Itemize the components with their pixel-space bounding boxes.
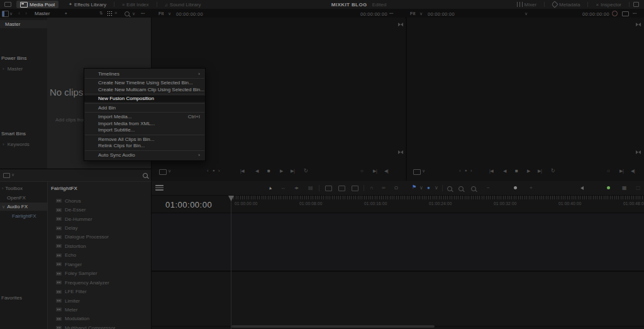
audio-speaker-icon[interactable] <box>580 186 584 190</box>
timeline-options-icon[interactable] <box>155 185 164 191</box>
search-icon[interactable] <box>125 11 130 16</box>
fx-view-icon[interactable] <box>3 173 10 178</box>
media-pool-options-icon[interactable]: ••• <box>141 11 145 15</box>
goto-in-icon[interactable]: ◀| <box>384 169 388 174</box>
play-icon[interactable]: ▶ <box>527 169 530 174</box>
audio-track-region[interactable] <box>152 272 644 326</box>
play-icon[interactable]: ▶ <box>280 169 283 174</box>
plugin-item[interactable]: Modulation <box>48 315 151 323</box>
menu-item-create-new-timeline[interactable]: Create New Timeline Using Selected Bin..… <box>84 80 205 87</box>
record-circle-icon[interactable]: ○ <box>360 168 363 174</box>
tree-item-favorites[interactable]: Favorites <box>0 294 48 302</box>
snapping-icon[interactable]: ∩ <box>370 186 374 191</box>
menu-item-add-bin[interactable]: Add Bin <box>84 104 205 111</box>
menu-item-new-fusion-composition[interactable]: New Fusion Composition <box>84 96 205 103</box>
plugin-item[interactable]: Distortion <box>48 242 151 250</box>
source-fit-chevron-icon[interactable]: ∨ <box>168 11 171 16</box>
expand-viewer-icon[interactable] <box>398 150 403 154</box>
jog-dot-icon[interactable]: ● <box>213 169 214 172</box>
zoom-out-icon[interactable]: − <box>487 186 490 191</box>
jog-right-icon[interactable]: › <box>470 168 472 174</box>
forward-icon[interactable]: › <box>25 11 27 16</box>
search-chevron-icon[interactable]: ∨ <box>132 11 135 16</box>
goto-out-icon[interactable]: ▶| <box>373 169 377 174</box>
record-dot-icon[interactable]: ● <box>65 11 67 15</box>
trim-tool-icon[interactable]: ↔ <box>280 186 286 191</box>
grid-view-icon[interactable] <box>107 11 112 16</box>
color-viewer-icon[interactable] <box>612 11 618 16</box>
skip-back-icon[interactable]: |◀ <box>240 169 244 174</box>
mixer-toggle-icon[interactable]: ▢ <box>636 186 641 191</box>
jog-dot-icon[interactable]: ● <box>465 169 467 172</box>
tab-sound-library[interactable]: ♫ Sound Library <box>161 1 205 8</box>
dynamic-trim-icon[interactable]: ◂▸ <box>294 186 298 191</box>
stop-icon[interactable]: ■ <box>515 168 518 174</box>
timeline-ruler[interactable]: 01:00:00:00 01:00:00:00 01:00:08:00 01:0… <box>152 196 644 213</box>
volume-slider-knob[interactable] <box>607 186 610 189</box>
goto-in-icon[interactable]: ◀| <box>631 169 635 174</box>
marker-icon[interactable]: ● <box>427 186 430 191</box>
menu-item-import-media-from-xml[interactable]: Import Media from XML... <box>84 120 205 127</box>
play-reverse-icon[interactable]: ◀ <box>255 169 258 174</box>
viewer-display-icon[interactable] <box>413 169 421 175</box>
zoom-full-icon[interactable] <box>447 186 452 191</box>
zoom-in-icon[interactable]: + <box>530 186 533 191</box>
plugin-item[interactable]: Echo <box>48 251 151 260</box>
workspace-icon[interactable] <box>633 2 639 7</box>
flag-icon[interactable]: ⚑ <box>412 185 416 190</box>
loop-icon[interactable]: ↻ <box>304 168 308 174</box>
menu-item-remove-all-clips[interactable]: Remove All Clips in Bin... <box>84 136 205 143</box>
position-lock-icon[interactable]: Ω <box>394 186 398 191</box>
expander-icon[interactable]: › <box>3 66 4 72</box>
viewer-mode-icon[interactable] <box>622 11 629 16</box>
stop-icon[interactable]: ■ <box>267 168 270 174</box>
plugin-item[interactable]: De-Hummer <box>48 215 151 223</box>
display-chevron-icon[interactable]: ∨ <box>168 169 171 174</box>
plugin-item[interactable]: Delay <box>48 223 151 232</box>
zoom-slider-knob[interactable] <box>514 186 517 189</box>
video-track-region[interactable] <box>152 213 644 272</box>
timeline-viewer[interactable] <box>406 18 644 162</box>
jog-right-icon[interactable]: › <box>218 168 219 174</box>
plugin-item[interactable]: Meter <box>48 305 151 314</box>
source-zoom-fit[interactable]: Fit <box>158 11 164 16</box>
smart-bin-keywords[interactable]: › Keywords <box>3 142 30 147</box>
expand-viewer-icon[interactable] <box>636 150 641 154</box>
tab-effects-library[interactable]: ✦ Effects Library <box>65 1 110 8</box>
linked-selection-icon[interactable]: ∞ <box>382 186 386 191</box>
flag-chevron-icon[interactable]: ∨ <box>419 186 423 191</box>
tab-media-pool[interactable]: Media Pool <box>16 1 58 8</box>
smart-bins-header[interactable]: Smart Bins <box>1 131 26 137</box>
source-options-icon[interactable]: ••• <box>389 11 393 15</box>
tree-item-audio-fx[interactable]: ∨ Audio FX <box>0 203 47 211</box>
fx-view-chevron-icon[interactable]: ∨ <box>11 172 14 177</box>
expander-icon[interactable]: › <box>3 142 4 147</box>
cursor-mode-icon[interactable] <box>4 2 11 7</box>
viewer-display-icon[interactable] <box>159 169 167 175</box>
tab-inspector[interactable]: × Inspector <box>592 1 625 8</box>
skip-forward-icon[interactable]: ▶| <box>291 169 294 174</box>
skip-forward-icon[interactable]: ▶| <box>538 169 541 174</box>
plugin-item[interactable]: Limiter <box>48 296 151 305</box>
tree-item-openfx[interactable]: OpenFX <box>0 194 54 202</box>
razor-tool-icon[interactable]: ▤ <box>308 186 313 191</box>
marker-chevron-icon[interactable]: ∨ <box>435 186 438 191</box>
expand-viewer-icon[interactable] <box>398 23 403 26</box>
bin-view-chevron-icon[interactable]: ∨ <box>9 11 13 16</box>
tab-edit-index[interactable]: ≡ Edit Index <box>118 1 153 8</box>
plugin-item[interactable]: Foley Sampler <box>48 269 151 278</box>
insert-clip-icon[interactable] <box>325 186 332 191</box>
power-bins-header[interactable]: Power Bins <box>1 55 26 61</box>
bin-master[interactable]: Master <box>0 20 52 28</box>
menu-item-relink-clips[interactable]: Relink Clips for Bin... <box>84 143 205 150</box>
list-view-icon[interactable]: ≡ <box>114 11 117 15</box>
plugin-item[interactable]: Chorus <box>48 196 151 205</box>
sort-icon[interactable]: ⇅ <box>99 11 103 15</box>
jog-left-icon[interactable]: ‹ <box>207 168 208 174</box>
bin-view-icon[interactable] <box>2 11 9 17</box>
plugin-item[interactable]: Frequency Analyzer <box>48 278 151 287</box>
record-circle-icon[interactable]: ○ <box>607 168 609 174</box>
display-chevron-icon[interactable]: ∨ <box>422 169 425 174</box>
menu-item-import-subtitle[interactable]: Import Subtitle... <box>84 127 205 134</box>
replace-clip-icon[interactable] <box>352 186 358 191</box>
